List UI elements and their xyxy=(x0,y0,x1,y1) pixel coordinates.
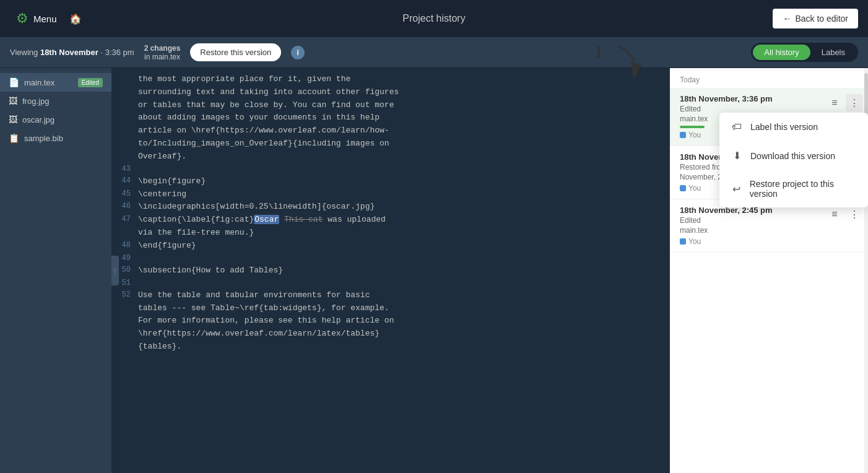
code-line-highlighted: 47 \caption{\label{fig:cat}Oscar This ca… xyxy=(111,214,670,227)
dropdown-menu: 🏷 Label this version ⬇ Download this ver… xyxy=(719,113,868,207)
code-line: tables --- see Table~\ref{tab:widgets}, … xyxy=(111,302,670,315)
file-icon-samplebib: 📋 xyxy=(9,133,19,143)
file-icon-frogjpg: 🖼 xyxy=(9,96,17,106)
sidebar: 📄 main.tex Edited 🖼 frog.jpg 🖼 oscar.jpg… xyxy=(0,68,111,473)
entry-3-lines-button[interactable]: ≡ xyxy=(826,206,843,223)
history-entry-3-desc-line1: Edited xyxy=(680,216,831,225)
download-this-version-label: Download this version xyxy=(750,151,835,161)
entry-1-actions: ≡ ⋮ xyxy=(826,94,863,111)
menu-label: Menu xyxy=(33,14,57,24)
code-line: to/Including_images_on_Overleaf}{includi… xyxy=(111,137,670,150)
sidebar-filename-maintex: main.tex xyxy=(24,78,54,87)
code-line: about adding images to your documents in… xyxy=(111,111,670,124)
code-line: 44 \begin{figure} xyxy=(111,175,670,188)
entry-1-more-button[interactable]: ⋮ xyxy=(846,94,863,111)
entry-3-actions: ≡ ⋮ xyxy=(826,206,863,223)
code-line: surrounding text and taking into account… xyxy=(111,86,670,99)
sub-bar: Viewing 18th November · 3:36 pm 2 change… xyxy=(0,37,868,68)
code-line: 46 \includegraphics[width=0.25\linewidth… xyxy=(111,201,670,214)
code-editor: the most appropriate place for it, given… xyxy=(111,68,670,358)
back-arrow-icon: ← xyxy=(783,14,791,24)
code-line: For more information, please see this he… xyxy=(111,315,670,328)
main-content: 📄 main.tex Edited 🖼 frog.jpg 🖼 oscar.jpg… xyxy=(0,68,868,473)
label-this-version-item[interactable]: 🏷 Label this version xyxy=(719,113,868,141)
edited-badge: Edited xyxy=(78,78,103,87)
user-dot-3 xyxy=(680,238,686,245)
sidebar-item-maintex[interactable]: 📄 main.tex Edited xyxy=(0,73,111,92)
user-dot-1 xyxy=(680,132,686,138)
download-icon: ⬇ xyxy=(731,150,743,162)
code-line: 43 xyxy=(111,163,670,175)
project-history-title: Project history xyxy=(402,13,465,24)
editor-area[interactable]: the most appropriate place for it, given… xyxy=(111,68,670,473)
restore-icon: ↩ xyxy=(731,183,742,195)
code-line: or tables that may be close by. You can … xyxy=(111,99,670,112)
label-icon: 🏷 xyxy=(731,121,743,132)
code-line: Overleaf}. xyxy=(111,150,670,163)
restore-project-label: Restore project to this version xyxy=(750,179,857,199)
viewing-text: Viewing 18th November · 3:36 pm xyxy=(10,48,134,57)
viewing-time: 3:36 pm xyxy=(105,48,134,57)
history-entry-1-time: 18th November, 3:36 pm xyxy=(680,94,831,103)
sidebar-item-samplebib[interactable]: 📋 sample.bib xyxy=(0,129,111,147)
info-icon[interactable]: i xyxy=(291,46,305,59)
history-entry-3-user: You xyxy=(680,237,831,246)
file-change-indicator xyxy=(680,126,705,128)
overleaf-logo: ⚙ xyxy=(16,11,28,27)
user-dot-2 xyxy=(680,185,686,191)
home-button[interactable]: 🏠 xyxy=(63,9,88,28)
all-history-tab[interactable]: All history xyxy=(753,45,810,60)
sidebar-filename-oscarjpg: oscar.jpg xyxy=(22,115,54,124)
sidebar-filename-frogjpg: frog.jpg xyxy=(22,97,49,106)
restore-project-item[interactable]: ↩ Restore project to this version xyxy=(719,170,868,207)
sidebar-item-frogjpg[interactable]: 🖼 frog.jpg xyxy=(0,92,111,110)
label-this-version-label: Label this version xyxy=(750,122,818,132)
history-panel: Today 18th November, 3:36 pm Edited main… xyxy=(670,68,868,473)
code-line: via the file-tree menu.} xyxy=(111,227,670,240)
collapse-handle[interactable]: ⋮ xyxy=(111,256,119,285)
back-label: Back to editor xyxy=(795,14,848,24)
code-line: {tables}. xyxy=(111,341,670,354)
code-line: 52 Use the table and tabular environment… xyxy=(111,289,670,302)
labels-tab[interactable]: Labels xyxy=(810,45,856,60)
sidebar-filename-samplebib: sample.bib xyxy=(24,134,63,143)
code-line: 49 xyxy=(111,253,670,264)
code-line: 48 \end{figure} xyxy=(111,240,670,253)
entry-1-lines-button[interactable]: ≡ xyxy=(826,94,843,111)
code-line: 45 \centering xyxy=(111,188,670,201)
top-bar: ⚙ Menu 🏠 Project history ← Back to edito… xyxy=(0,0,868,37)
history-entry-3-desc-line2: main.tex xyxy=(680,226,831,235)
history-tabs: All history Labels xyxy=(751,43,858,62)
back-to-editor-button[interactable]: ← Back to editor xyxy=(773,9,858,28)
history-section-today: Today xyxy=(670,68,868,88)
entry-3-more-button[interactable]: ⋮ xyxy=(846,206,863,223)
code-line: the most appropriate place for it, given… xyxy=(111,73,670,86)
file-icon-oscarjpg: 🖼 xyxy=(9,115,17,124)
code-line: 50 \subsection{How to add Tables} xyxy=(111,264,670,277)
code-line: article on \href{https://www.overleaf.co… xyxy=(111,124,670,137)
sidebar-item-oscarjpg[interactable]: 🖼 oscar.jpg xyxy=(0,110,111,129)
history-entry-1-desc-line1: Edited xyxy=(680,105,831,113)
restore-this-version-button[interactable]: Restore this version xyxy=(190,43,281,61)
file-icon-maintex: 📄 xyxy=(9,77,19,87)
code-line: 51 xyxy=(111,277,670,289)
download-this-version-item[interactable]: ⬇ Download this version xyxy=(719,141,868,170)
history-entry-1[interactable]: 18th November, 3:36 pm Edited main.tex Y… xyxy=(670,88,868,146)
viewing-date: 18th November xyxy=(40,48,98,57)
menu-button[interactable]: ⚙ Menu xyxy=(10,7,63,30)
code-line: \href{https://www.overleaf.com/learn/lat… xyxy=(111,328,670,341)
changes-info: 2 changes in main.tex xyxy=(144,44,181,61)
